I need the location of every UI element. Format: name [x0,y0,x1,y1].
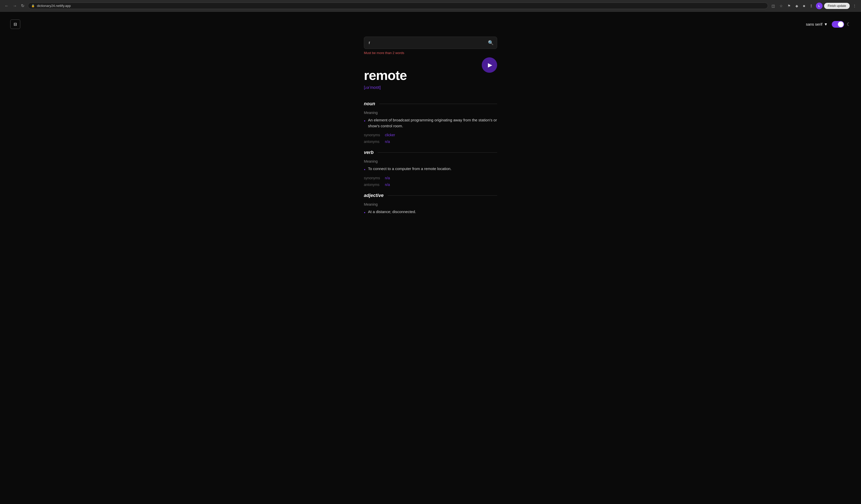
pos-header-noun: noun [364,101,497,107]
reload-button[interactable]: ↻ [19,2,26,9]
meaning-item: ● At a distance; disconnected. [364,209,497,215]
pos-section-adjective: adjective Meaning ● At a distance; disco… [364,193,497,215]
pos-section-verb: verb Meaning ● To connect to a computer … [364,150,497,187]
meaning-label-verb: Meaning [364,159,497,163]
meanings-list-noun: ● An element of broadcast programming or… [364,117,497,129]
pos-header-adjective: adjective [364,193,497,198]
synonyms-label-verb: synonyms [364,176,382,180]
antonyms-row-noun: antonyms n/a [364,140,497,144]
address-bar[interactable]: 🔒 dictionary24.netlify.app [28,3,768,9]
meaning-label-adjective: Meaning [364,202,497,206]
synonyms-label-noun: synonyms [364,133,382,137]
app-container: ⊟ sans serif ▼ ☾ 🔍 Must be more than 2 w… [0,12,861,504]
meaning-text: An element of broadcast programming orig… [368,117,497,129]
url-text: dictionary24.netlify.app [37,4,71,8]
main-content: 🔍 Must be more than 2 words remote [ɹə'm… [354,37,507,214]
finish-update-button[interactable]: Finish update [824,3,850,9]
search-icon: 🔍 [488,40,493,45]
browser-actions: ◫ ☆ ⚑ ◆ ■ ↥ L Finish update ⋮ [770,3,858,9]
screen-share-icon[interactable]: ◫ [770,3,776,9]
browser-chrome: ← → ↻ 🔒 dictionary24.netlify.app ◫ ☆ ⚑ ◆… [0,0,861,12]
synonyms-row-noun: synonyms clicker [364,133,497,137]
profile-avatar[interactable]: L [816,3,823,9]
pos-label-noun: noun [364,101,375,107]
meanings-list-verb: ● To connect to a computer from a remote… [364,166,497,172]
toggle-container: ☾ [832,21,851,28]
font-label: sans serif [806,22,822,26]
back-button[interactable]: ← [3,3,10,9]
search-error: Must be more than 2 words [364,51,497,55]
header-right: sans serif ▼ ☾ [806,21,851,28]
font-selector-button[interactable]: sans serif ▼ [806,22,828,26]
extension-icon-1[interactable]: ⚑ [786,3,792,9]
play-icon: ▶ [488,62,492,68]
app-header: ⊟ sans serif ▼ ☾ [0,17,861,31]
chevron-down-icon: ▼ [824,22,828,26]
pos-label-verb: verb [364,150,374,155]
dark-mode-toggle[interactable] [832,21,844,28]
lock-icon: 🔒 [31,4,35,8]
pos-divider-verb [378,152,497,153]
antonyms-label-verb: antonyms [364,183,382,187]
meaning-text: At a distance; disconnected. [368,209,416,215]
bullet-icon: ● [364,167,366,171]
extension-icon-2[interactable]: ◆ [794,3,800,9]
star-icon[interactable]: ☆ [778,3,784,9]
meaning-item: ● An element of broadcast programming or… [364,117,497,129]
word-header-row: remote [ɹə'moʊt] ▶ [364,60,497,95]
synonym-verb[interactable]: n/a [385,176,390,180]
forward-button[interactable]: → [11,3,18,9]
pos-header-verb: verb [364,150,497,155]
downloads-icon[interactable]: ↥ [808,3,815,9]
meaning-item: ● To connect to a computer from a remote… [364,166,497,172]
bullet-icon: ● [364,119,366,123]
meaning-label-noun: Meaning [364,111,497,115]
phonetic: [ɹə'moʊt] [364,85,407,90]
antonyms-row-verb: antonyms n/a [364,183,497,187]
pos-divider-adjective [388,195,497,196]
antonym-noun[interactable]: n/a [385,140,390,144]
pos-label-adjective: adjective [364,193,384,198]
toggle-knob [838,22,844,27]
menu-icon[interactable]: ⋮ [851,3,858,9]
word-title: remote [364,68,407,83]
synonyms-row-verb: synonyms n/a [364,176,497,180]
antonyms-label-noun: antonyms [364,140,382,144]
search-container: 🔍 [364,37,497,49]
play-pronunciation-button[interactable]: ▶ [482,57,497,73]
moon-icon: ☾ [847,22,851,27]
meaning-text: To connect to a computer from a remote l… [368,166,452,172]
search-button[interactable]: 🔍 [488,40,493,46]
antonym-verb[interactable]: n/a [385,183,390,187]
extension-icon-3[interactable]: ■ [801,3,806,9]
pos-section-noun: noun Meaning ● An element of broadcast p… [364,101,497,144]
bullet-icon: ● [364,210,366,214]
logo-button[interactable]: ⊟ [10,19,20,29]
search-input[interactable] [364,37,497,49]
synonym-clicker[interactable]: clicker [385,133,395,137]
word-info: remote [ɹə'moʊt] [364,60,407,95]
meanings-list-adjective: ● At a distance; disconnected. [364,209,497,215]
nav-buttons: ← → ↻ [3,2,26,9]
